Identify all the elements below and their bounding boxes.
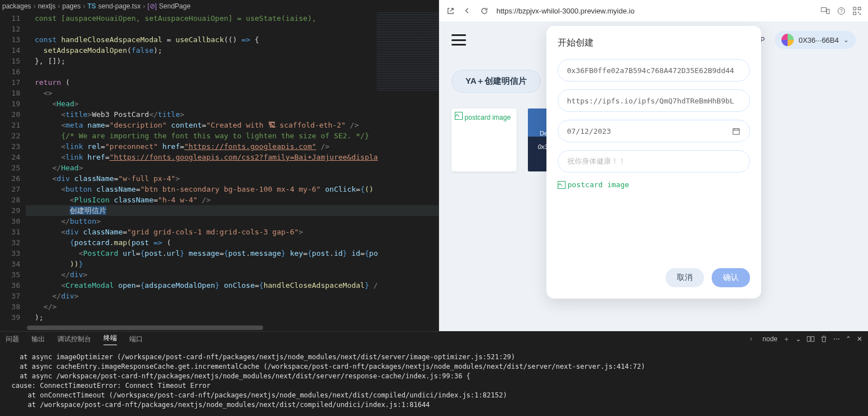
wallet-chip[interactable]: 0X36···66B4 ⌄	[775, 31, 856, 49]
message-input[interactable]: 祝你身体健康！！	[558, 150, 750, 173]
ipfs-url-input[interactable]: https://ipfs.io/ipfs/QmQ7hdTReBmHhB9bL	[558, 89, 750, 112]
code-body[interactable]: const [auspaceHouaiOpen, setAuspaceHouai…	[26, 12, 438, 324]
modal-image-preview[interactable]: postcard image	[558, 180, 750, 265]
recipient-address-input[interactable]: 0x36FB0ffe02a7B594c768A472D35E62B9dd44	[558, 59, 750, 82]
svg-rect-7	[858, 12, 859, 13]
ts-badge: TS	[87, 2, 96, 10]
chevron-down-icon: ⌄	[843, 36, 849, 44]
breadcrumbs[interactable]: packages› nextjs› pages› TS send-page.ts…	[0, 0, 438, 12]
line-gutter: 1112131415161718192021222324252627282930…	[0, 12, 26, 324]
calendar-icon[interactable]	[732, 127, 740, 135]
svg-rect-6	[853, 12, 856, 15]
svg-text:?: ?	[840, 8, 843, 13]
browser-viewport: 0.5172 SEP 0X36···66B4 ⌄ YA＋创建明信片 postc	[439, 21, 868, 331]
create-postcard-button[interactable]: YA＋创建明信片	[451, 70, 541, 93]
bottom-panel: 问题 输出 调试控制台 终端 端口 node ＋ ⌄ ⋯ ⌃ ✕	[0, 331, 868, 417]
crumb-pages[interactable]: pages	[62, 2, 81, 10]
crumb-nextjs[interactable]: nextjs	[38, 2, 55, 10]
symbol-icon: [⊘]	[147, 2, 157, 10]
split-terminal-icon[interactable]	[807, 336, 815, 342]
qr-icon[interactable]	[852, 6, 861, 15]
svg-rect-4	[853, 7, 856, 10]
tab-problems[interactable]: 问题	[6, 334, 19, 344]
address-bar[interactable]	[496, 4, 808, 17]
tab-terminal[interactable]: 终端	[103, 333, 117, 345]
svg-rect-5	[858, 7, 861, 10]
terminal-dropdown-icon[interactable]: ⌄	[795, 335, 801, 343]
open-external-icon[interactable]	[446, 6, 455, 15]
date-input[interactable]: 07/12/2023	[558, 120, 750, 142]
confirm-button[interactable]: 确认	[712, 268, 750, 287]
hamburger-menu-icon[interactable]	[451, 34, 466, 46]
browser-toolbar: ?	[439, 0, 868, 21]
svg-rect-1	[827, 9, 829, 13]
terminal-profile-label[interactable]: node	[762, 335, 777, 343]
modal-title: 开始创建	[558, 37, 750, 49]
svg-rect-10	[807, 337, 810, 342]
editor-pane: packages› nextjs› pages› TS send-page.ts…	[0, 0, 438, 331]
help-icon[interactable]: ?	[837, 6, 846, 15]
new-terminal-icon[interactable]: ＋	[783, 334, 790, 344]
postcard-item[interactable]: postcard image	[451, 108, 517, 171]
wallet-address: 0X36···66B4	[798, 36, 839, 44]
broken-image-icon: postcard image	[558, 180, 630, 189]
more-icon[interactable]: ⋯	[833, 335, 840, 343]
svg-rect-0	[821, 8, 826, 12]
tab-output[interactable]: 输出	[31, 334, 45, 344]
chevron-up-icon[interactable]: ⌃	[846, 335, 851, 343]
wallet-avatar-icon	[781, 34, 794, 46]
tab-debug-console[interactable]: 调试控制台	[57, 334, 91, 344]
trash-icon[interactable]	[820, 335, 828, 343]
browser-pane: ? 0.5172 SEP 0X36···66B4 ⌄	[438, 0, 868, 331]
refresh-icon[interactable]	[480, 6, 489, 15]
crumb-symbol[interactable]: SendPage	[159, 2, 191, 10]
postcard-image-alt: postcard image	[464, 114, 510, 121]
crumb-file[interactable]: send-page.tsx	[98, 2, 141, 10]
svg-rect-8	[860, 13, 861, 15]
date-value: 07/12/2023	[567, 127, 611, 135]
close-icon[interactable]: ✕	[857, 335, 862, 343]
svg-rect-11	[811, 337, 814, 342]
cancel-button[interactable]: 取消	[666, 268, 704, 287]
terminal-output[interactable]: at async imageOptimizer (/workspace/post…	[0, 347, 868, 417]
crumb-packages[interactable]: packages	[2, 2, 31, 10]
tab-ports[interactable]: 端口	[129, 334, 143, 344]
back-icon[interactable]	[463, 6, 472, 15]
panel-tabs: 问题 输出 调试控制台 终端 端口 node ＋ ⌄ ⋯ ⌃ ✕	[0, 331, 868, 347]
broken-image-icon	[455, 112, 463, 120]
editor-horizontal-scrollbar[interactable]	[0, 324, 438, 331]
code-area[interactable]: 1112131415161718192021222324252627282930…	[0, 12, 438, 324]
create-modal: 开始创建 0x36FB0ffe02a7B594c768A472D35E62B9d…	[546, 26, 761, 299]
devices-icon[interactable]	[821, 6, 830, 15]
svg-rect-9	[733, 128, 739, 134]
terminal-profile-icon[interactable]	[749, 335, 757, 343]
